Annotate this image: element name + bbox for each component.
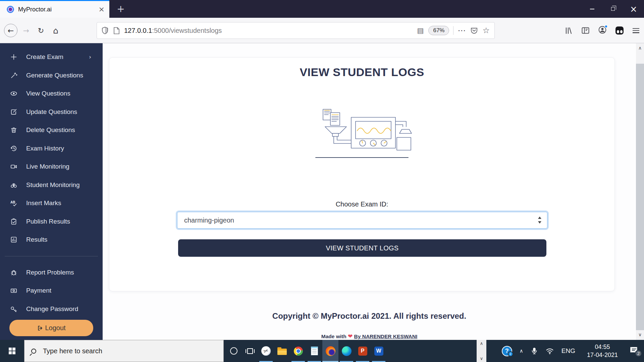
- sidebar-item-create-exam[interactable]: Create Exam›: [0, 48, 103, 66]
- logout-button[interactable]: Logout: [9, 320, 93, 336]
- binoculars-icon: [10, 181, 17, 189]
- taskbar-search[interactable]: Type here to search: [24, 340, 224, 362]
- library-icon[interactable]: [565, 27, 573, 35]
- credit-author-link[interactable]: By NARENDER KESWANI: [354, 334, 418, 339]
- taskbar-app-snipping-tool[interactable]: ✂: [258, 340, 274, 362]
- sidebar-item-label: Generate Questions: [26, 72, 83, 79]
- menu-hamburger-icon[interactable]: [633, 28, 639, 33]
- scrollbar-thumb[interactable]: [636, 64, 644, 330]
- action-center-button[interactable]: 2: [630, 346, 639, 356]
- sidebar-item-report-problems[interactable]: Report Problems: [0, 263, 103, 282]
- sidebar-item-exam-history[interactable]: Exam History: [0, 139, 103, 158]
- new-tab-button[interactable]: +: [114, 0, 127, 18]
- sidebar-item-view-questions[interactable]: View Questions: [0, 84, 103, 103]
- tab-title: MyProctor.ai: [18, 6, 99, 13]
- sidebar-item-results[interactable]: Results: [0, 231, 103, 249]
- sidebar-item-update-questions[interactable]: Update Questions: [0, 103, 103, 121]
- view-student-logs-button[interactable]: VIEW STUDENT LOGS: [178, 239, 546, 257]
- sidebar-item-insert-marks[interactable]: ABInsert Marks: [0, 194, 103, 213]
- sidebar-item-change-password[interactable]: Change Password: [0, 300, 103, 318]
- notepad-icon: [311, 347, 318, 355]
- wifi-icon[interactable]: [545, 347, 554, 355]
- reload-button[interactable]: ↻: [34, 18, 48, 43]
- zoom-level-button[interactable]: 67%: [428, 26, 449, 35]
- url-bar[interactable]: 127.0.0.1:5000/viewstudentslogs ▤ 67% ⋯ …: [97, 22, 495, 39]
- history-icon: [10, 145, 17, 152]
- tracking-shield-icon[interactable]: [102, 27, 108, 34]
- chevron-right-icon: ›: [89, 54, 91, 60]
- taskbar-app-task-view[interactable]: [242, 340, 258, 362]
- credit-text: Made with ❤ By NARENDER KESWANI: [103, 333, 636, 340]
- close-button[interactable]: ×: [623, 0, 644, 18]
- url-path: :5000/viewstudentslogs: [152, 27, 222, 34]
- scrollbar-down-icon[interactable]: ∨: [636, 332, 644, 337]
- firefox-icon: [326, 346, 335, 356]
- hidden-icons-chevron[interactable]: ∧: [520, 348, 523, 354]
- taskbar-app-chrome[interactable]: [290, 340, 306, 362]
- account-button[interactable]: [598, 26, 606, 35]
- window-controls: ×: [582, 0, 644, 18]
- language-indicator[interactable]: ENG: [561, 347, 575, 355]
- site-favicon: [7, 6, 14, 13]
- help-tray-icon[interactable]: ? i: [502, 346, 512, 356]
- restore-icon: [611, 7, 615, 11]
- taskbar-app-firefox[interactable]: [322, 340, 338, 362]
- start-button[interactable]: [0, 340, 24, 362]
- taskbar-app-cortana[interactable]: [226, 340, 242, 362]
- edit-icon: [10, 108, 17, 116]
- page-title: VIEW STUDENT LOGS: [109, 66, 614, 79]
- wand-icon: [10, 72, 17, 79]
- bookmark-star-icon[interactable]: ☆: [482, 26, 490, 35]
- browser-viewport: Create Exam›Generate QuestionsView Quest…: [0, 43, 644, 340]
- sidebar-item-publish-results[interactable]: Publish Results: [0, 213, 103, 231]
- logout-icon: [37, 325, 44, 331]
- sidebar-item-label: Update Questions: [26, 108, 77, 116]
- taskbar-app-powerpoint[interactable]: P: [355, 340, 371, 362]
- exam-id-select[interactable]: charming-pigeon: [177, 212, 547, 229]
- home-button[interactable]: ⌂: [49, 18, 62, 43]
- sidebar-item-label: Live Monitoring: [26, 163, 69, 170]
- dark-extension-icon[interactable]: [615, 26, 624, 35]
- taskbar-clock[interactable]: 04:55 17-04-2021: [583, 343, 622, 359]
- machine-illustration: [312, 107, 412, 161]
- sidebar-toggle-icon[interactable]: [582, 27, 589, 34]
- taskbar-app-edge[interactable]: [338, 340, 355, 362]
- browser-tab[interactable]: MyProctor.ai ×: [0, 0, 109, 18]
- taskbar-app-file-explorer[interactable]: [274, 340, 290, 362]
- edge-icon: [342, 346, 352, 356]
- page-info-icon[interactable]: [114, 27, 119, 34]
- back-icon: ←: [4, 24, 17, 37]
- page-scrollbar[interactable]: ∧ ∨: [636, 43, 644, 340]
- trash-icon: [10, 126, 17, 134]
- forward-button[interactable]: →: [19, 18, 33, 43]
- powerpoint-icon: P: [358, 347, 367, 356]
- minimize-button[interactable]: [582, 0, 602, 18]
- back-button[interactable]: ←: [3, 18, 18, 43]
- taskbar-apps: ✂PW: [226, 340, 387, 362]
- sidebar-item-generate-questions[interactable]: Generate Questions: [0, 66, 103, 85]
- account-notification-dot: [604, 25, 608, 28]
- sidebar-item-label: Results: [26, 236, 47, 243]
- logout-label: Logout: [45, 324, 65, 332]
- search-icon: [31, 349, 36, 354]
- clipboard-icon: [10, 218, 17, 225]
- sidebar-item-live-monitoring[interactable]: Live Monitoring: [0, 158, 103, 176]
- restore-button[interactable]: [602, 0, 623, 18]
- taskbar-app-notepad[interactable]: [306, 340, 322, 362]
- microphone-icon[interactable]: [531, 347, 538, 355]
- pocket-icon[interactable]: [471, 27, 478, 34]
- tab-close-icon[interactable]: ×: [99, 6, 105, 13]
- taskbar-scroll-strip[interactable]: ∧ ∨: [477, 340, 486, 362]
- copyright-text: Copyright © MyProctor.ai 2021. All right…: [103, 311, 636, 321]
- info-badge: i: [508, 351, 513, 357]
- page-actions-icon[interactable]: ⋯: [458, 26, 466, 35]
- sidebar-item-payment[interactable]: Payment: [0, 282, 103, 300]
- scrollbar-up-icon[interactable]: ∧: [636, 45, 644, 51]
- sidebar-item-delete-questions[interactable]: Delete Questions: [0, 121, 103, 139]
- url-text[interactable]: 127.0.0.1:5000/viewstudentslogs: [124, 27, 417, 35]
- taskbar-app-word[interactable]: W: [371, 340, 387, 362]
- reader-mode-icon[interactable]: ▤: [417, 26, 424, 35]
- taskbar-scroll-down-icon[interactable]: ∨: [480, 356, 483, 361]
- taskbar-scroll-up-icon[interactable]: ∧: [480, 341, 483, 346]
- sidebar-item-student-monitoring[interactable]: Student Monitoring: [0, 176, 103, 194]
